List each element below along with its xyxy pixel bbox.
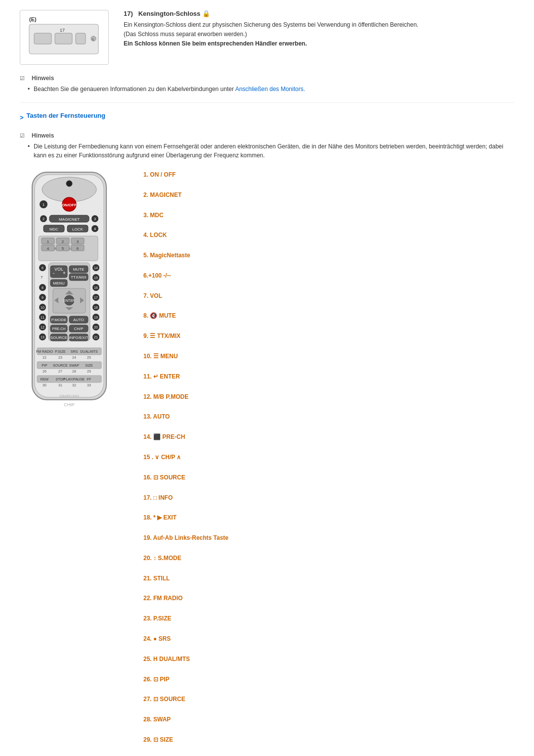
remote-item-5: 5. MagicNettaste <box>143 250 514 260</box>
remote-item-2: 2. MAGICNET <box>143 190 514 200</box>
svg-text:TTX/MIX: TTX/MIX <box>71 275 87 280</box>
remote-item-12: 12. M/B P.MODE <box>143 392 514 402</box>
svg-text:SRS: SRS <box>71 350 78 353</box>
svg-text:7: 7 <box>41 275 43 280</box>
note-list-item-2: Die Leistung der Fernbedienung kann von … <box>28 142 514 160</box>
svg-text:INFO/EXIT: INFO/EXIT <box>69 335 88 340</box>
remote-item-23: 23. P.SIZE <box>143 614 514 623</box>
note-list-1: Beachten Sie die genaueren Informationen… <box>20 85 514 94</box>
svg-text:1: 1 <box>43 202 45 207</box>
svg-text:LOCK: LOCK <box>72 227 83 232</box>
remote-labels: 1. ON / OFF 2. MAGICNET 3. MDC 4. LOCK 5… <box>143 170 514 756</box>
svg-text:9: 9 <box>42 296 44 299</box>
svg-text:17: 17 <box>60 28 65 33</box>
remote-item-22: 22. FM RADIO <box>143 593 514 603</box>
note-section-2: ☑ Hinweis Die Leistung der Fernbedienung… <box>20 132 514 160</box>
svg-text:31: 31 <box>58 383 62 387</box>
svg-text:1: 1 <box>47 239 49 244</box>
svg-text:8: 8 <box>42 286 44 289</box>
note-icon-1: ☑ <box>20 75 29 82</box>
svg-text:32: 32 <box>72 383 76 387</box>
svg-text:+: + <box>63 270 66 276</box>
svg-text:16: 16 <box>94 286 98 289</box>
svg-text:ENTER: ENTER <box>63 299 75 302</box>
remote-item-11: 11. ↵ ENTER <box>143 372 514 381</box>
svg-text:30: 30 <box>43 383 46 387</box>
note-icon-2: ☑ <box>20 133 29 139</box>
cable-link[interactable]: Anschließen des Monitors. <box>235 86 305 93</box>
svg-text:28: 28 <box>72 370 76 373</box>
arrow-icon: > <box>20 114 24 121</box>
svg-rect-3 <box>34 33 51 44</box>
svg-text:23: 23 <box>58 356 62 359</box>
svg-text:ON/OFF: ON/OFF <box>62 203 77 207</box>
svg-text:MDC: MDC <box>49 227 58 232</box>
svg-text:22: 22 <box>43 356 46 359</box>
remote-item-6: 6.+100 -/-- <box>143 271 514 281</box>
svg-text:MAGICNET: MAGICNET <box>59 217 80 222</box>
svg-text:4: 4 <box>94 227 96 231</box>
remote-item-1: 1. ON / OFF <box>143 170 514 180</box>
svg-text:14: 14 <box>94 266 98 270</box>
remote-item-14: 14. ⬛ PRE-CH <box>143 432 514 442</box>
remote-item-21: 21. STILL <box>143 573 514 583</box>
note-section-1: ☑ Hinweis Beachten Sie die genaueren Inf… <box>20 75 514 94</box>
remote-item-7: 7. VOL <box>143 291 514 301</box>
svg-text:MUTE: MUTE <box>73 267 85 272</box>
remote-item-4: 4. LOCK <box>143 230 514 240</box>
remote-item-8: 8. 🔇 MUTE <box>143 311 514 321</box>
remote-section-header: > Tasten der Fernsteuerung <box>20 112 514 123</box>
note-label-1: Hinweis <box>32 75 54 82</box>
svg-text:25: 25 <box>87 356 91 359</box>
remote-item-24: 24. ● SRS <box>143 634 514 644</box>
svg-text:FF: FF <box>87 378 91 381</box>
kensington-section: (E) 17 K 17) Kensington-Schloss 🔒 Ein Ke… <box>20 10 514 65</box>
svg-point-11 <box>66 181 72 187</box>
svg-text:17: 17 <box>94 296 98 299</box>
svg-text:PLAY/PAUSE: PLAY/PAUSE <box>64 378 85 381</box>
svg-text:18: 18 <box>94 306 98 309</box>
svg-text:SIZE: SIZE <box>85 364 93 367</box>
remote-item-9: 9. ☰ TTX/MIX <box>143 331 514 341</box>
remote-svg: ON/OFF 1 MAGICNET 2 3 MDC LOCK 4 MagicNe… <box>20 170 124 412</box>
svg-text:13: 13 <box>41 335 44 339</box>
remote-item-20: 20. ↕ S.MODE <box>143 553 514 563</box>
note-list-item-1: Beachten Sie die genaueren Informationen… <box>28 85 514 94</box>
svg-text:SAMSUNG: SAMSUNG <box>59 394 79 398</box>
svg-text:2: 2 <box>62 239 64 244</box>
monitor-svg: (E) 17 K <box>24 14 103 59</box>
svg-text:SOURCE: SOURCE <box>50 335 67 340</box>
remote-item-26: 26. ⊡ PIP <box>143 674 514 684</box>
svg-text:20: 20 <box>94 326 98 329</box>
svg-text:P.SIZE: P.SIZE <box>55 350 66 353</box>
svg-text:4: 4 <box>47 246 49 251</box>
remote-item-19: 19. Auf-Ab Links-Rechts Taste <box>143 533 514 543</box>
remote-item-15: 15 . ∨ CH/P ∧ <box>143 452 514 462</box>
svg-text:24: 24 <box>72 356 76 359</box>
svg-text:PIP: PIP <box>42 364 47 367</box>
svg-text:6: 6 <box>42 266 44 270</box>
svg-text:SOURCE: SOURCE <box>53 364 68 367</box>
note-list-2: Die Leistung der Fernbedienung kann von … <box>20 142 514 160</box>
svg-rect-5 <box>76 33 86 44</box>
svg-text:3: 3 <box>77 239 79 244</box>
remote-item-18: 18. * ▶ EXIT <box>143 513 514 522</box>
svg-text:6: 6 <box>77 246 79 251</box>
svg-text:CHIP: CHIP <box>64 402 75 407</box>
note-box-2: ☑ Hinweis <box>20 132 514 139</box>
svg-text:K: K <box>92 38 94 41</box>
kensington-info: 17) Kensington-Schloss 🔒 Ein Kensington-… <box>124 10 418 49</box>
remote-item-27: 27. ⊡ SOURCE <box>143 694 514 704</box>
svg-text:19: 19 <box>94 316 98 319</box>
kensington-desc: Ein Kensington-Schloss dient zur physisc… <box>124 20 418 49</box>
remote-section: ON/OFF 1 MAGICNET 2 3 MDC LOCK 4 MagicNe… <box>20 170 514 756</box>
remote-section-title: Tasten der Fernsteuerung <box>27 112 105 119</box>
svg-text:26: 26 <box>43 370 46 373</box>
svg-text:33: 33 <box>87 383 91 387</box>
remote-item-16: 16. ⊡ SOURCE <box>143 472 514 482</box>
svg-text:AUTO: AUTO <box>73 318 84 322</box>
svg-text:27: 27 <box>58 370 62 373</box>
svg-text:FM RADIO: FM RADIO <box>36 350 53 353</box>
svg-text:REW: REW <box>41 378 49 381</box>
svg-text:P.MODE: P.MODE <box>51 318 67 322</box>
